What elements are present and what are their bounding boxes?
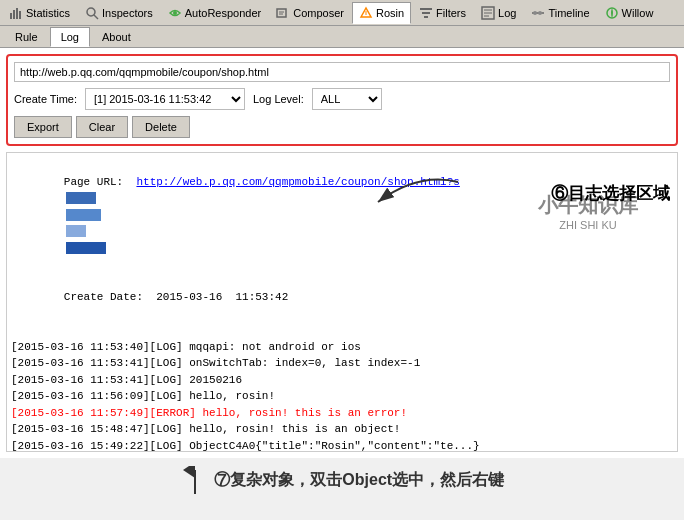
log-level-select[interactable]: ALL LOG ERROR WARN INFO (312, 88, 382, 110)
compose-icon (276, 6, 290, 20)
nav-autoresponder[interactable]: AutoResponder (161, 2, 268, 24)
top-nav: Statistics Inspectors AutoResponder Comp… (0, 0, 684, 26)
rosin-icon (359, 6, 373, 20)
url-section: Create Time: [1] 2015-03-16 11:53:42 Log… (6, 54, 678, 146)
tab-log-label: Log (61, 31, 79, 43)
nav-timeline-label: Timeline (548, 7, 589, 19)
tab-rule-label: Rule (15, 31, 38, 43)
svg-point-19 (533, 11, 537, 15)
log-line-6: [2015-03-16 15:49:22][LOG] ObjectC4A0{"t… (11, 438, 673, 453)
log-spacer (11, 322, 673, 339)
nav-timeline[interactable]: Timeline (524, 2, 596, 24)
nav-composer[interactable]: Composer (269, 2, 351, 24)
svg-rect-2 (16, 8, 18, 19)
tab-about-label: About (102, 31, 131, 43)
btn-row: Export Clear Delete (14, 116, 670, 138)
nav-rosin[interactable]: Rosin (352, 2, 411, 24)
log-line-1: [2015-03-16 11:53:41][LOG] onSwitchTab: … (11, 355, 673, 372)
log-area[interactable]: Page URL: http://web.p.qq.com/qqmpmobile… (6, 152, 678, 452)
nav-filters[interactable]: Filters (412, 2, 473, 24)
nav-statistics-label: Statistics (26, 7, 70, 19)
nav-composer-label: Composer (293, 7, 344, 19)
willow-icon (605, 6, 619, 20)
create-time-label: Create Time: (14, 93, 77, 105)
bottom-annotation: ⑦复杂对象，双击Object选中，然后右键 (0, 458, 684, 504)
annotation-container: Page URL: http://web.p.qq.com/qqmpmobile… (6, 152, 678, 452)
create-time-select[interactable]: [1] 2015-03-16 11:53:42 (85, 88, 245, 110)
censored-3 (66, 225, 86, 237)
log-line-5: [2015-03-16 15:48:47][LOG] hello, rosin!… (11, 421, 673, 438)
svg-rect-12 (422, 12, 430, 14)
nav-filters-label: Filters (436, 7, 466, 19)
log-level-label: Log Level: (253, 93, 304, 105)
nav-willow-label: Willow (622, 7, 654, 19)
svg-rect-3 (19, 11, 21, 19)
log-line-4: [2015-03-16 11:57:49][ERROR] hello, rosi… (11, 405, 673, 422)
sub-tabs: Rule Log About (0, 26, 684, 48)
inspect-icon (85, 6, 99, 20)
log-icon (481, 6, 495, 20)
chart-icon (9, 6, 23, 20)
svg-rect-0 (10, 13, 12, 19)
nav-rosin-label: Rosin (376, 7, 404, 19)
tab-rule[interactable]: Rule (4, 27, 49, 47)
tab-about[interactable]: About (91, 27, 142, 47)
tab-log[interactable]: Log (50, 27, 90, 47)
svg-point-20 (538, 11, 542, 15)
nav-inspectors[interactable]: Inspectors (78, 2, 160, 24)
annotation-7-label: ⑦复杂对象，双击Object选中，然后右键 (214, 471, 504, 488)
url-input[interactable] (14, 62, 670, 82)
nav-willow[interactable]: Willow (598, 2, 661, 24)
log-page-url: Page URL: http://web.p.qq.com/qqmpmobile… (11, 157, 673, 273)
censored-1 (66, 192, 96, 204)
log-line-0: [2015-03-16 11:53:40][LOG] mqqapi: not a… (11, 339, 673, 356)
censored-2 (66, 209, 101, 221)
filter-icon (419, 6, 433, 20)
svg-rect-11 (420, 8, 432, 10)
nav-autoresponder-label: AutoResponder (185, 7, 261, 19)
nav-log[interactable]: Log (474, 2, 523, 24)
delete-button[interactable]: Delete (132, 116, 190, 138)
main-content: Create Time: [1] 2015-03-16 11:53:42 Log… (0, 48, 684, 458)
log-create-date: Create Date: 2015-03-16 11:53:42 (11, 273, 673, 323)
nav-log-label: Log (498, 7, 516, 19)
svg-rect-7 (277, 9, 286, 17)
log-line-2: [2015-03-16 11:53:41][LOG] 20150216 (11, 372, 673, 389)
svg-line-5 (94, 15, 98, 19)
clear-button[interactable]: Clear (76, 116, 128, 138)
svg-rect-1 (13, 10, 15, 19)
arrow-7 (180, 466, 210, 496)
svg-point-4 (87, 8, 95, 16)
export-button[interactable]: Export (14, 116, 72, 138)
timeline-icon (531, 6, 545, 20)
auto-icon (168, 6, 182, 20)
svg-rect-13 (424, 16, 428, 18)
log-line-3: [2015-03-16 11:56:09][LOG] hello, rosin! (11, 388, 673, 405)
nav-statistics[interactable]: Statistics (2, 2, 77, 24)
controls-row: Create Time: [1] 2015-03-16 11:53:42 Log… (14, 88, 670, 110)
censored-4 (66, 242, 106, 254)
svg-point-6 (173, 11, 177, 15)
nav-inspectors-label: Inspectors (102, 7, 153, 19)
